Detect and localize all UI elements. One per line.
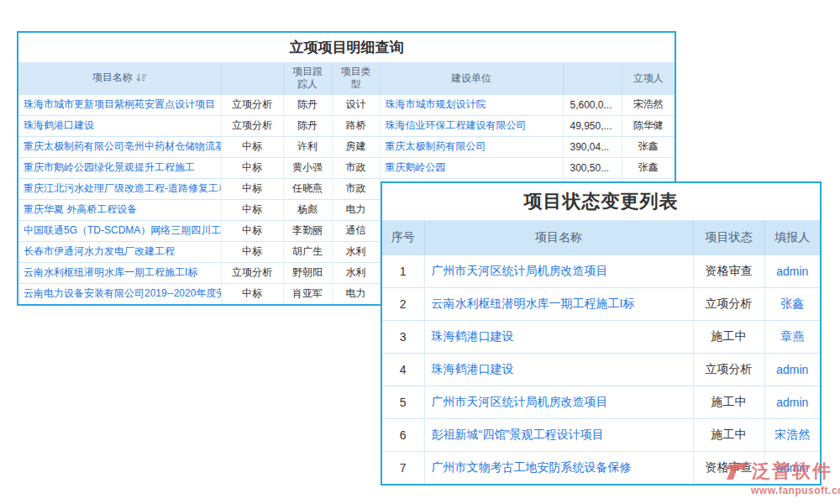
initiator-cell: 宋浩然 — [622, 94, 675, 115]
status-cell: 资格审查 — [693, 255, 764, 287]
org-link[interactable]: 珠海信业环保工程建设有限公司 — [386, 119, 527, 131]
row-number-cell: 7 — [382, 451, 424, 484]
stage-cell: 中标 — [221, 283, 283, 304]
stage-cell: 立项分析 — [221, 94, 283, 115]
table-header-row: 序号 项目名称 项目状态 填报人 — [382, 221, 820, 255]
filler-link[interactable]: 张鑫 — [780, 297, 804, 310]
column-header-status: 项目状态 — [693, 221, 764, 255]
panel1-title: 立项项目明细查询 — [18, 33, 675, 63]
watermark-url: www.fanpusoft.com — [751, 485, 840, 496]
project-name-link[interactable]: 云南电力设备安装有限公司2019--2020年度劳务 — [24, 287, 221, 299]
initiator-cell: 陈华健 — [622, 115, 675, 136]
type-cell: 市政 — [332, 157, 380, 178]
status-cell: 立项分析 — [693, 287, 764, 320]
filler-link[interactable]: 章燕 — [780, 329, 804, 343]
type-cell: 水利 — [332, 241, 380, 262]
column-header-project-name: 项目名称 — [424, 221, 693, 255]
status-cell: 资格审查 — [693, 451, 764, 484]
tracker-cell: 胡广生 — [283, 241, 332, 262]
column-header-no: 序号 — [382, 221, 424, 255]
status-cell: 立项分析 — [693, 353, 764, 386]
status-change-table-body: 1广州市天河区统计局机房改造项目资格审查admin2云南水利枢纽潜明水库一期工程… — [382, 255, 820, 484]
table-row: 珠海市城市更新项目紫桐苑安置点设计项目立项分析陈丹设计珠海市城市规划设计院5,6… — [18, 94, 675, 115]
table-row: 重庆太极制药有限公司亳州中药材仓储物流基地中标许利房建重庆太极制药有限公司390… — [18, 136, 675, 157]
column-header-amount — [563, 63, 622, 94]
table-row: 6彭祖新城“四馆”景观工程设计项目施工中宋浩然 — [382, 418, 820, 451]
type-cell: 电力 — [332, 283, 380, 304]
table-row: 7广州市文物考古工地安防系统设备保修资格审查admin — [382, 451, 820, 484]
project-name-link[interactable]: 重庆太极制药有限公司亳州中药材仓储物流基地 — [24, 140, 221, 152]
status-cell: 施工中 — [693, 418, 764, 451]
filler-link[interactable]: admin — [776, 363, 808, 376]
org-link[interactable]: 重庆鹅岭公园 — [386, 161, 446, 173]
sort-icon[interactable] — [136, 73, 147, 86]
filler-link[interactable]: 宋浩然 — [774, 428, 810, 441]
project-name-link[interactable]: 珠海市城市更新项目紫桐苑安置点设计项目 — [24, 98, 215, 110]
stage-cell: 中标 — [221, 220, 283, 241]
project-name-link[interactable]: 珠海鹤港口建设 — [432, 329, 514, 343]
stage-cell: 立项分析 — [221, 262, 283, 283]
column-header-initiator: 立项人 — [622, 63, 675, 94]
tracker-cell: 陈丹 — [283, 115, 332, 136]
row-number-cell: 6 — [382, 418, 424, 451]
row-number-cell: 5 — [382, 386, 424, 418]
project-name-link[interactable]: 广州市文物考古工地安防系统设备保修 — [432, 460, 632, 474]
project-name-link[interactable]: 中国联通5G（TD-SCDMA）网络三期四川工程 — [24, 224, 221, 236]
stage-cell: 中标 — [221, 178, 283, 199]
project-name-link[interactable]: 彭祖新城“四馆”景观工程设计项目 — [432, 428, 604, 441]
tracker-cell: 李勤丽 — [283, 220, 332, 241]
table-row: 重庆市鹅岭公园绿化景观提升工程施工中标黄小强市政重庆鹅岭公园300,50...张… — [18, 157, 675, 178]
project-name-link[interactable]: 云南水利枢纽潜明水库一期工程施工I标 — [432, 297, 635, 310]
row-number-cell: 1 — [382, 255, 424, 287]
filler-link[interactable]: admin — [776, 396, 808, 409]
project-name-link[interactable]: 重庆江北污水处理厂级改造工程-道路修复工程 — [24, 182, 221, 194]
tracker-cell: 野朝阳 — [283, 262, 332, 283]
org-link[interactable]: 重庆太极制药有限公司 — [386, 140, 486, 152]
stage-cell: 中标 — [221, 199, 283, 220]
project-name-link[interactable]: 广州市天河区统计局机房改造项目 — [432, 395, 608, 408]
org-link[interactable]: 珠海市城市规划设计院 — [386, 98, 486, 110]
table-row: 1广州市天河区统计局机房改造项目资格审查admin — [382, 255, 820, 287]
amount-cell: 5,600,0... — [563, 94, 622, 115]
type-cell: 通信 — [332, 220, 380, 241]
panel2-title: 项目状态变更列表 — [382, 183, 820, 221]
project-name-link[interactable]: 重庆市鹅岭公园绿化景观提升工程施工 — [24, 161, 195, 173]
status-change-table: 序号 项目名称 项目状态 填报人 1广州市天河区统计局机房改造项目资格审查adm… — [382, 221, 820, 484]
type-cell: 房建 — [332, 136, 380, 157]
project-name-link[interactable]: 重庆华夏 外高桥工程设备 — [24, 203, 137, 215]
project-name-link[interactable]: 云南水利枢纽潜明水库一期工程施工I标 — [24, 266, 197, 278]
tracker-cell: 杨彪 — [283, 199, 332, 220]
amount-cell: 300,50... — [563, 157, 622, 178]
type-cell: 市政 — [332, 178, 380, 199]
initiator-cell: 张鑫 — [622, 136, 675, 157]
row-number-cell: 4 — [382, 353, 424, 386]
filler-link[interactable]: admin — [776, 265, 808, 278]
stage-cell: 中标 — [221, 136, 283, 157]
filler-link[interactable]: admin — [776, 461, 808, 475]
row-number-cell: 2 — [382, 287, 424, 320]
stage-cell: 立项分析 — [221, 115, 283, 136]
table-header-row: 项目名称 项目跟踪人 项目类型 建设单位 立项人 — [18, 63, 675, 94]
stage-cell: 中标 — [221, 241, 283, 262]
amount-cell: 49,950,... — [563, 115, 622, 136]
amount-cell: 390,04... — [563, 136, 622, 157]
table-row: 4珠海鹤港口建设立项分析admin — [382, 353, 820, 386]
tracker-cell: 任晓燕 — [283, 178, 332, 199]
type-cell: 路桥 — [332, 115, 380, 136]
project-name-link[interactable]: 珠海鹤港口建设 — [24, 119, 94, 131]
project-name-link[interactable]: 珠海鹤港口建设 — [432, 362, 514, 375]
table-row: 珠海鹤港口建设立项分析陈丹路桥珠海信业环保工程建设有限公司49,950,...陈… — [18, 115, 675, 136]
column-header-stage — [221, 63, 283, 94]
tracker-cell: 陈丹 — [283, 94, 332, 115]
column-header-project-name[interactable]: 项目名称 — [18, 63, 221, 94]
type-cell: 设计 — [332, 94, 380, 115]
table-row: 5广州市天河区统计局机房改造项目施工中admin — [382, 386, 820, 418]
type-cell: 水利 — [332, 262, 380, 283]
stage-cell: 中标 — [221, 157, 283, 178]
project-name-link[interactable]: 广州市天河区统计局机房改造项目 — [432, 264, 608, 277]
status-cell: 施工中 — [693, 320, 764, 353]
project-name-link[interactable]: 长春市伊通河水力发电厂改建工程 — [24, 245, 175, 257]
column-header-type: 项目类型 — [332, 63, 380, 94]
tracker-cell: 许利 — [283, 136, 332, 157]
tracker-cell: 黄小强 — [283, 157, 332, 178]
